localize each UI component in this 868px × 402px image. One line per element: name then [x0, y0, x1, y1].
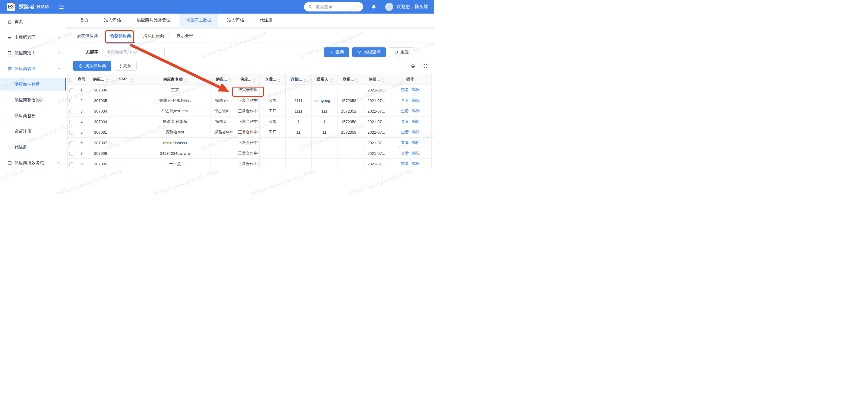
sort-carets-icon[interactable] — [253, 79, 255, 82]
select-all-checkbox[interactable] — [69, 78, 73, 82]
sub-tab-3[interactable]: 显示全部 — [173, 29, 197, 42]
sidebar-item-master-data-mgmt[interactable]: 主数据管理 — [0, 31, 66, 44]
sidebar-item-home[interactable]: 首页 — [0, 16, 66, 28]
edit-link[interactable]: 编辑 — [412, 119, 420, 124]
column-header[interactable]: 供应商名称 — [139, 74, 211, 85]
table-cell — [286, 138, 312, 148]
chart-icon — [7, 35, 12, 40]
menu-search-box[interactable] — [304, 2, 363, 11]
view-link[interactable]: 查看 — [401, 162, 409, 166]
column-header[interactable]: 供应... — [88, 74, 113, 85]
column-header[interactable]: 详细... — [286, 74, 312, 85]
page-tab-2[interactable]: 供应商与品类管理 — [130, 13, 177, 27]
more-button[interactable]: 更多 — [115, 61, 136, 70]
table-cell: 李占斌test-test — [139, 106, 211, 116]
sidebar-item-supplier-rectify-sup[interactable]: 供应商整改(供) — [0, 94, 66, 106]
page-tab-3[interactable]: 供应商主数据 — [180, 13, 218, 27]
table-row: 5307031探路者test探路者test正常合作中工厂11111572358.… — [67, 127, 432, 138]
sort-carets-icon[interactable] — [330, 79, 332, 82]
notification-bell-icon[interactable] — [371, 4, 377, 10]
sort-carets-icon[interactable] — [131, 79, 134, 82]
app-logo: E 3 + — [7, 3, 15, 11]
column-header: 操作 — [390, 74, 432, 85]
sidebar-item-supplier-master-data[interactable]: 供应商主数据 — [0, 78, 66, 90]
sort-carets-icon[interactable] — [381, 79, 384, 82]
table-cell: 2021-07... — [364, 127, 390, 138]
column-header[interactable]: SAP... — [113, 74, 139, 85]
table-cell: 十三点 — [139, 159, 211, 169]
sidebar-item-supplier-admission[interactable]: 供应商准入 — [0, 47, 66, 59]
sort-carets-icon[interactable] — [304, 79, 306, 82]
table-cell: 正常合作中 — [236, 148, 260, 159]
logo-plus: + — [13, 2, 15, 5]
sidebar-item-supplier-performance[interactable]: 供应商绩效考核 — [0, 156, 66, 169]
view-link[interactable]: 查看 — [401, 88, 409, 92]
view-link[interactable]: 查看 — [401, 119, 409, 124]
table-cell: 2 — [75, 95, 88, 106]
advanced-search-button[interactable]: 高级查询 — [352, 47, 386, 57]
sidebar-item-supplier-mgmt[interactable]: 供应商管理 — [0, 62, 66, 75]
reset-button[interactable]: 重置 — [389, 47, 414, 57]
view-link[interactable]: 查看 — [401, 98, 409, 103]
sort-carets-icon[interactable] — [106, 79, 108, 82]
keyword-input[interactable] — [102, 48, 165, 57]
edit-link[interactable]: 编辑 — [412, 162, 420, 166]
menu-fold-icon[interactable] — [58, 4, 65, 10]
sort-carets-icon[interactable] — [228, 79, 231, 82]
row-checkbox[interactable] — [69, 131, 73, 135]
view-link[interactable]: 查看 — [401, 130, 409, 134]
table-cell — [312, 85, 338, 95]
search-icon — [329, 50, 333, 54]
sub-tab-0[interactable]: 潜在供应商 — [73, 29, 102, 42]
sort-carets-icon[interactable] — [185, 79, 187, 82]
table-cell: 307034 — [88, 106, 113, 116]
edit-link[interactable]: 编辑 — [412, 151, 420, 155]
sidebar-item-proxy-register[interactable]: 代注册 — [0, 141, 66, 153]
table-cell: 探路者-孙永辉 — [139, 116, 211, 127]
page-tab-1[interactable]: 准入评估 — [97, 13, 128, 27]
table-cell: 307031 — [88, 127, 113, 138]
column-header[interactable]: 供应... — [236, 74, 260, 85]
edit-link[interactable]: 编辑 — [412, 88, 420, 92]
sub-tab-2[interactable]: 淘汰供应商 — [140, 29, 168, 42]
view-link[interactable]: 查看 — [401, 140, 409, 145]
sidebar-item-supplier-rectify[interactable]: 供应商整改 — [0, 110, 66, 122]
sub-tab-1[interactable]: 合格供应商 — [106, 29, 135, 42]
table-cell: 1 — [75, 85, 88, 95]
row-checkbox[interactable] — [69, 162, 73, 166]
column-header[interactable]: 企业... — [260, 74, 286, 85]
table-row: 2307035探路者-孙永辉test探路者-...正常合作中公司1111suny… — [67, 95, 432, 106]
column-header[interactable]: 联系人 — [312, 74, 338, 85]
sort-carets-icon[interactable] — [355, 79, 358, 82]
edit-link[interactable]: 编辑 — [412, 98, 420, 103]
menu-search-input[interactable] — [315, 4, 359, 10]
eliminate-supplier-button[interactable]: 淘汰供应商 — [73, 61, 111, 70]
row-checkbox[interactable] — [69, 120, 73, 124]
row-checkbox[interactable] — [69, 141, 73, 145]
column-header[interactable]: 供应... — [211, 74, 236, 85]
fullscreen-button[interactable] — [421, 62, 430, 70]
sort-carets-icon[interactable] — [278, 79, 280, 82]
row-checkbox[interactable] — [69, 88, 73, 92]
search-button[interactable]: 查询 — [324, 47, 349, 57]
row-checkbox[interactable] — [69, 110, 73, 113]
column-header[interactable]: 注册... — [364, 74, 390, 85]
print-button[interactable] — [409, 62, 417, 70]
sidebar-item-invite-register[interactable]: 邀请注册 — [0, 125, 66, 138]
app-title: 探路者 SRM — [19, 3, 49, 10]
table-cell: 待完善资料 — [236, 85, 260, 95]
view-link[interactable]: 查看 — [401, 151, 409, 155]
edit-link[interactable]: 编辑 — [412, 140, 420, 145]
page-tab-0[interactable]: 首页 — [73, 13, 95, 27]
view-link[interactable]: 查看 — [401, 109, 409, 113]
table-cell — [286, 159, 312, 169]
row-checkbox[interactable] — [69, 152, 73, 156]
edit-link[interactable]: 编辑 — [412, 130, 420, 134]
column-header[interactable]: 联系... — [338, 74, 364, 85]
page-tab-5[interactable]: 代注册 — [253, 13, 279, 27]
page-tab-4[interactable]: 准入评估 — [220, 13, 251, 27]
user-avatar[interactable] — [385, 3, 393, 11]
table-cell — [211, 85, 236, 95]
row-checkbox[interactable] — [69, 99, 73, 103]
edit-link[interactable]: 编辑 — [412, 109, 420, 113]
